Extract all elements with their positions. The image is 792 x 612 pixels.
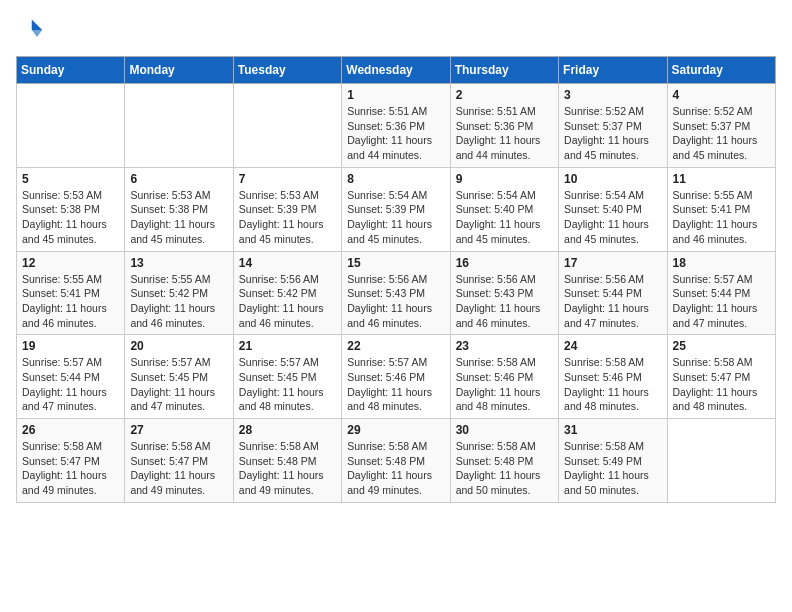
- header-row: SundayMondayTuesdayWednesdayThursdayFrid…: [17, 57, 776, 84]
- calendar-cell: 2Sunrise: 5:51 AMSunset: 5:36 PMDaylight…: [450, 84, 558, 168]
- day-number: 4: [673, 88, 770, 102]
- day-number: 1: [347, 88, 444, 102]
- day-info: Sunrise: 5:58 AMSunset: 5:46 PMDaylight:…: [564, 355, 661, 414]
- day-info: Sunrise: 5:53 AMSunset: 5:38 PMDaylight:…: [22, 188, 119, 247]
- calendar-cell: 15Sunrise: 5:56 AMSunset: 5:43 PMDayligh…: [342, 251, 450, 335]
- day-number: 3: [564, 88, 661, 102]
- day-info: Sunrise: 5:53 AMSunset: 5:38 PMDaylight:…: [130, 188, 227, 247]
- day-number: 7: [239, 172, 336, 186]
- day-info: Sunrise: 5:51 AMSunset: 5:36 PMDaylight:…: [347, 104, 444, 163]
- header-cell-tuesday: Tuesday: [233, 57, 341, 84]
- calendar-cell: 9Sunrise: 5:54 AMSunset: 5:40 PMDaylight…: [450, 167, 558, 251]
- day-info: Sunrise: 5:58 AMSunset: 5:49 PMDaylight:…: [564, 439, 661, 498]
- day-number: 27: [130, 423, 227, 437]
- day-number: 20: [130, 339, 227, 353]
- calendar-cell: 21Sunrise: 5:57 AMSunset: 5:45 PMDayligh…: [233, 335, 341, 419]
- svg-marker-0: [32, 20, 43, 31]
- day-info: Sunrise: 5:52 AMSunset: 5:37 PMDaylight:…: [564, 104, 661, 163]
- calendar-cell: 14Sunrise: 5:56 AMSunset: 5:42 PMDayligh…: [233, 251, 341, 335]
- day-number: 18: [673, 256, 770, 270]
- day-info: Sunrise: 5:55 AMSunset: 5:41 PMDaylight:…: [673, 188, 770, 247]
- calendar-cell: 16Sunrise: 5:56 AMSunset: 5:43 PMDayligh…: [450, 251, 558, 335]
- day-info: Sunrise: 5:52 AMSunset: 5:37 PMDaylight:…: [673, 104, 770, 163]
- day-info: Sunrise: 5:58 AMSunset: 5:47 PMDaylight:…: [673, 355, 770, 414]
- day-info: Sunrise: 5:58 AMSunset: 5:48 PMDaylight:…: [239, 439, 336, 498]
- calendar-cell: 6Sunrise: 5:53 AMSunset: 5:38 PMDaylight…: [125, 167, 233, 251]
- calendar-cell: 5Sunrise: 5:53 AMSunset: 5:38 PMDaylight…: [17, 167, 125, 251]
- calendar-cell: 11Sunrise: 5:55 AMSunset: 5:41 PMDayligh…: [667, 167, 775, 251]
- day-info: Sunrise: 5:56 AMSunset: 5:42 PMDaylight:…: [239, 272, 336, 331]
- calendar-cell: 22Sunrise: 5:57 AMSunset: 5:46 PMDayligh…: [342, 335, 450, 419]
- page-header: [16, 16, 776, 44]
- day-number: 28: [239, 423, 336, 437]
- calendar-cell: 27Sunrise: 5:58 AMSunset: 5:47 PMDayligh…: [125, 419, 233, 503]
- calendar-body: 1Sunrise: 5:51 AMSunset: 5:36 PMDaylight…: [17, 84, 776, 503]
- day-number: 25: [673, 339, 770, 353]
- day-number: 17: [564, 256, 661, 270]
- day-number: 26: [22, 423, 119, 437]
- calendar-week-3: 12Sunrise: 5:55 AMSunset: 5:41 PMDayligh…: [17, 251, 776, 335]
- header-cell-monday: Monday: [125, 57, 233, 84]
- day-number: 5: [22, 172, 119, 186]
- calendar-cell: 18Sunrise: 5:57 AMSunset: 5:44 PMDayligh…: [667, 251, 775, 335]
- calendar-cell: 29Sunrise: 5:58 AMSunset: 5:48 PMDayligh…: [342, 419, 450, 503]
- header-cell-friday: Friday: [559, 57, 667, 84]
- calendar-cell: 8Sunrise: 5:54 AMSunset: 5:39 PMDaylight…: [342, 167, 450, 251]
- day-info: Sunrise: 5:58 AMSunset: 5:46 PMDaylight:…: [456, 355, 553, 414]
- calendar-table: SundayMondayTuesdayWednesdayThursdayFrid…: [16, 56, 776, 503]
- day-info: Sunrise: 5:57 AMSunset: 5:45 PMDaylight:…: [130, 355, 227, 414]
- day-info: Sunrise: 5:57 AMSunset: 5:44 PMDaylight:…: [22, 355, 119, 414]
- calendar-cell: 28Sunrise: 5:58 AMSunset: 5:48 PMDayligh…: [233, 419, 341, 503]
- calendar-week-2: 5Sunrise: 5:53 AMSunset: 5:38 PMDaylight…: [17, 167, 776, 251]
- calendar-cell: 12Sunrise: 5:55 AMSunset: 5:41 PMDayligh…: [17, 251, 125, 335]
- calendar-cell: 7Sunrise: 5:53 AMSunset: 5:39 PMDaylight…: [233, 167, 341, 251]
- calendar-header: SundayMondayTuesdayWednesdayThursdayFrid…: [17, 57, 776, 84]
- day-number: 14: [239, 256, 336, 270]
- day-info: Sunrise: 5:55 AMSunset: 5:41 PMDaylight:…: [22, 272, 119, 331]
- calendar-cell: [667, 419, 775, 503]
- day-number: 8: [347, 172, 444, 186]
- header-cell-sunday: Sunday: [17, 57, 125, 84]
- svg-marker-1: [32, 30, 43, 37]
- day-info: Sunrise: 5:55 AMSunset: 5:42 PMDaylight:…: [130, 272, 227, 331]
- day-number: 29: [347, 423, 444, 437]
- calendar-week-4: 19Sunrise: 5:57 AMSunset: 5:44 PMDayligh…: [17, 335, 776, 419]
- calendar-cell: 1Sunrise: 5:51 AMSunset: 5:36 PMDaylight…: [342, 84, 450, 168]
- day-number: 30: [456, 423, 553, 437]
- logo: [16, 16, 48, 44]
- header-cell-wednesday: Wednesday: [342, 57, 450, 84]
- day-number: 2: [456, 88, 553, 102]
- header-cell-saturday: Saturday: [667, 57, 775, 84]
- day-number: 31: [564, 423, 661, 437]
- calendar-cell: 10Sunrise: 5:54 AMSunset: 5:40 PMDayligh…: [559, 167, 667, 251]
- calendar-cell: 13Sunrise: 5:55 AMSunset: 5:42 PMDayligh…: [125, 251, 233, 335]
- calendar-cell: 3Sunrise: 5:52 AMSunset: 5:37 PMDaylight…: [559, 84, 667, 168]
- calendar-cell: 4Sunrise: 5:52 AMSunset: 5:37 PMDaylight…: [667, 84, 775, 168]
- logo-icon: [16, 16, 44, 44]
- day-number: 19: [22, 339, 119, 353]
- day-info: Sunrise: 5:54 AMSunset: 5:39 PMDaylight:…: [347, 188, 444, 247]
- day-number: 11: [673, 172, 770, 186]
- calendar-cell: [233, 84, 341, 168]
- day-info: Sunrise: 5:54 AMSunset: 5:40 PMDaylight:…: [456, 188, 553, 247]
- day-info: Sunrise: 5:58 AMSunset: 5:48 PMDaylight:…: [347, 439, 444, 498]
- calendar-cell: 26Sunrise: 5:58 AMSunset: 5:47 PMDayligh…: [17, 419, 125, 503]
- day-number: 6: [130, 172, 227, 186]
- calendar-cell: 20Sunrise: 5:57 AMSunset: 5:45 PMDayligh…: [125, 335, 233, 419]
- calendar-cell: 30Sunrise: 5:58 AMSunset: 5:48 PMDayligh…: [450, 419, 558, 503]
- calendar-cell: 17Sunrise: 5:56 AMSunset: 5:44 PMDayligh…: [559, 251, 667, 335]
- calendar-cell: 19Sunrise: 5:57 AMSunset: 5:44 PMDayligh…: [17, 335, 125, 419]
- day-info: Sunrise: 5:53 AMSunset: 5:39 PMDaylight:…: [239, 188, 336, 247]
- day-number: 15: [347, 256, 444, 270]
- calendar-cell: [125, 84, 233, 168]
- day-number: 12: [22, 256, 119, 270]
- day-number: 9: [456, 172, 553, 186]
- day-info: Sunrise: 5:57 AMSunset: 5:46 PMDaylight:…: [347, 355, 444, 414]
- calendar-cell: 31Sunrise: 5:58 AMSunset: 5:49 PMDayligh…: [559, 419, 667, 503]
- day-info: Sunrise: 5:54 AMSunset: 5:40 PMDaylight:…: [564, 188, 661, 247]
- day-info: Sunrise: 5:58 AMSunset: 5:47 PMDaylight:…: [22, 439, 119, 498]
- day-info: Sunrise: 5:56 AMSunset: 5:44 PMDaylight:…: [564, 272, 661, 331]
- day-number: 21: [239, 339, 336, 353]
- calendar-cell: 24Sunrise: 5:58 AMSunset: 5:46 PMDayligh…: [559, 335, 667, 419]
- calendar-week-5: 26Sunrise: 5:58 AMSunset: 5:47 PMDayligh…: [17, 419, 776, 503]
